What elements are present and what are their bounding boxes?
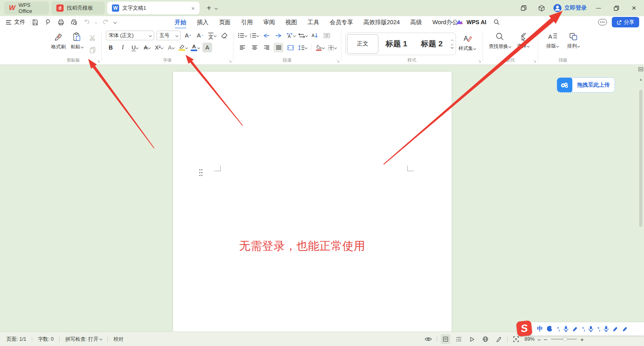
punctuation-mode-icon[interactable]: °,: [557, 326, 559, 332]
text-direction-button[interactable]: [298, 31, 308, 40]
shading-button[interactable]: [315, 43, 325, 52]
align-right-button[interactable]: [262, 43, 271, 52]
undo-chevron-icon[interactable]: [95, 21, 97, 23]
punctuation-mode-icon-3[interactable]: °,: [597, 326, 600, 332]
zoom-out-button[interactable]: −: [544, 336, 547, 343]
word-count[interactable]: 字数: 0: [38, 336, 54, 343]
font-name-select[interactable]: 宋体 (正文): [106, 31, 154, 40]
search-icon[interactable]: [493, 19, 500, 25]
drag-handle-icon[interactable]: [199, 169, 203, 178]
zoom-slider-thumb[interactable]: [563, 337, 567, 341]
format-painter-button[interactable]: 格式刷: [49, 31, 68, 54]
decrease-font-button[interactable]: A−: [195, 31, 205, 40]
bullet-list-button[interactable]: [237, 31, 247, 40]
spellcheck-status[interactable]: 拼写检查: 打开: [65, 336, 101, 343]
font-size-select[interactable]: 五号: [157, 31, 181, 40]
export-pdf-icon[interactable]: [43, 18, 52, 27]
clear-format-button[interactable]: [219, 31, 229, 40]
tab-typeset2024[interactable]: 高效排版2024: [363, 17, 400, 27]
print-preview-icon[interactable]: [69, 18, 78, 27]
outline-view-icon[interactable]: [454, 334, 464, 344]
multi-window-icon[interactable]: [518, 2, 530, 14]
voice-input-icon-3[interactable]: [604, 326, 609, 332]
text-effects-button[interactable]: A: [166, 43, 176, 52]
distribute-button[interactable]: [286, 43, 295, 52]
bold-button[interactable]: B: [106, 43, 116, 52]
wps-ai-label[interactable]: WPS AI: [466, 19, 486, 25]
paragraph-expand-icon[interactable]: ↘: [336, 59, 340, 63]
increase-indent-button[interactable]: [274, 31, 283, 40]
select-button[interactable]: 选择: [513, 31, 534, 54]
page-view-icon[interactable]: [441, 334, 450, 344]
style-set-button[interactable]: A 样式集: [456, 32, 479, 56]
style-normal[interactable]: 正文: [347, 34, 378, 54]
zoom-slider[interactable]: [551, 339, 577, 340]
cut-button[interactable]: [88, 33, 97, 43]
handwriting-icon-3[interactable]: [622, 326, 628, 331]
sogou-logo-icon[interactable]: S: [516, 320, 533, 337]
zoom-percentage[interactable]: 89%: [524, 336, 535, 342]
char-scale-button[interactable]: A: [286, 31, 295, 40]
redo-icon[interactable]: [101, 18, 110, 27]
scroll-up-icon[interactable]: ▲: [639, 78, 642, 81]
web-layout-icon[interactable]: [481, 334, 490, 344]
style-scroll-up-icon[interactable]: [451, 39, 454, 42]
minimize-button[interactable]: [592, 2, 605, 14]
restore-button[interactable]: [610, 2, 622, 14]
document-page[interactable]: [173, 72, 452, 331]
quickbar-more-chevron-icon[interactable]: [114, 21, 117, 24]
show-marks-button[interactable]: [322, 31, 332, 40]
play-slideshow-icon[interactable]: [467, 334, 477, 344]
tab-wps-home[interactable]: W WPS Office: [4, 2, 49, 15]
undo-icon[interactable]: [82, 18, 91, 27]
italic-button[interactable]: I: [118, 43, 128, 52]
clipboard-expand-icon[interactable]: ↘: [97, 59, 100, 63]
proofread-button[interactable]: 校对: [114, 336, 124, 343]
tab-list-chevron-icon[interactable]: [215, 4, 217, 12]
handwriting-icon[interactable]: [572, 326, 578, 331]
workspace-cube-icon[interactable]: [535, 2, 547, 14]
tab-tools[interactable]: 工具: [307, 17, 320, 27]
tab-page[interactable]: 页面: [218, 17, 231, 27]
char-shading-button[interactable]: A: [202, 43, 212, 52]
voice-input-icon[interactable]: [564, 326, 568, 332]
tab-review[interactable]: 审阅: [262, 17, 276, 27]
sort-button[interactable]: A: [310, 31, 320, 40]
underline-button[interactable]: U: [130, 43, 140, 52]
zoom-in-button[interactable]: +: [580, 336, 584, 343]
save-icon[interactable]: [31, 18, 39, 27]
superscript-button[interactable]: X²: [154, 43, 164, 52]
styles-expand-icon[interactable]: ↘: [478, 59, 481, 63]
line-spacing-button[interactable]: [298, 43, 308, 52]
input-mode-chinese[interactable]: 中: [537, 325, 543, 333]
page-count[interactable]: 页面: 1/1: [6, 336, 26, 343]
increase-font-button[interactable]: A+: [183, 31, 193, 40]
font-expand-icon[interactable]: ↘: [229, 59, 232, 63]
highlight-color-button[interactable]: [178, 43, 188, 52]
find-replace-button[interactable]: 查找替换: [487, 31, 513, 54]
fullwidth-moon-icon[interactable]: [547, 326, 553, 332]
style-heading2[interactable]: 标题 2: [415, 34, 449, 54]
tab-view[interactable]: 视图: [285, 17, 298, 27]
decrease-indent-button[interactable]: [262, 31, 271, 40]
tab-member[interactable]: 会员专享: [329, 17, 354, 27]
ruler-toggle-icon[interactable]: [638, 67, 643, 71]
copy-button[interactable]: [88, 45, 97, 55]
justify-button[interactable]: [274, 43, 283, 52]
tab-docer-templates[interactable]: d 找稻壳模板: [52, 2, 105, 15]
arrange-button[interactable]: 排列: [563, 31, 584, 54]
tab-reference[interactable]: 引用: [240, 17, 254, 27]
reading-mode-icon[interactable]: [423, 334, 433, 344]
find-expand-icon[interactable]: ↘: [533, 59, 536, 63]
close-button[interactable]: ×: [628, 2, 640, 14]
handwriting-icon-2[interactable]: [613, 326, 618, 331]
style-more-icon[interactable]: [451, 46, 454, 48]
more-options-icon[interactable]: •••: [598, 19, 607, 25]
share-button[interactable]: 分享: [612, 17, 639, 27]
borders-button[interactable]: [327, 43, 337, 52]
pinyin-guide-button[interactable]: wén文: [207, 31, 217, 40]
file-menu[interactable]: 文件: [6, 16, 31, 28]
typeset-button[interactable]: A 排版: [542, 31, 563, 54]
upload-dropzone-button[interactable]: 拖拽至此上传: [557, 77, 615, 93]
scrollbar-thumb[interactable]: [639, 90, 642, 227]
